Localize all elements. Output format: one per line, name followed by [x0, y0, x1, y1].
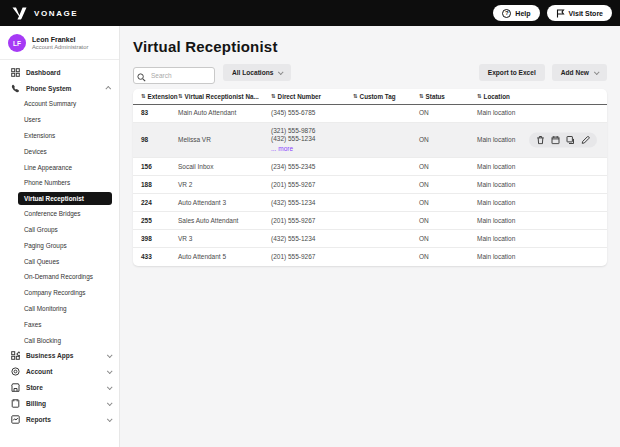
column-header-status[interactable]: ⇅Status: [419, 93, 477, 100]
sidebar-item-dashboard[interactable]: Dashboard: [0, 64, 119, 80]
cell-custom-tag: [353, 217, 419, 225]
cell-location: Main location: [477, 249, 607, 265]
calendar-button[interactable]: [551, 136, 560, 145]
brand-name: VONAGE: [34, 9, 78, 18]
user-name: Leon Frankel: [32, 35, 88, 44]
sidebar-item-billing[interactable]: Billing: [0, 396, 119, 412]
more-link[interactable]: ... more: [271, 145, 351, 153]
cell-direct-number: (432) 555-1234: [271, 195, 353, 211]
table-row-extension-156[interactable]: 156Socail Inbox(234) 555-2345ONMain loca…: [133, 158, 607, 176]
sidebar-item-on-demand-recordings[interactable]: On-Demand Recordings: [0, 269, 119, 285]
sidebar-item-faxes[interactable]: Faxes: [0, 316, 119, 332]
cell-location: Main location: [477, 231, 607, 247]
sidebar-item-store[interactable]: Store: [0, 380, 119, 396]
cell-status: ON: [419, 105, 477, 121]
cell-custom-tag: [353, 253, 419, 261]
phone-icon: [10, 83, 20, 93]
sidebar-item-paging-groups[interactable]: Paging Groups: [0, 237, 119, 253]
cell-name: VR 2: [178, 177, 271, 193]
sidebar: LF Leon Frankel Account Administrator Da…: [0, 26, 120, 447]
table-row-extension-98[interactable]: 98Melissa VR(321) 555-9876(432) 555-1234…: [133, 123, 607, 158]
table-row-extension-224[interactable]: 224Auto Attendant 3(432) 555-1234ONMain …: [133, 194, 607, 212]
cell-location: Main location: [477, 213, 607, 229]
sidebar-item-label: Store: [26, 384, 43, 391]
cell-direct-number: (201) 555-9267: [271, 213, 353, 229]
billing-icon: [10, 399, 20, 409]
cell-custom-tag: [353, 199, 419, 207]
export-to-excel-button[interactable]: Export to Excel: [479, 64, 545, 81]
add-new-button[interactable]: Add New: [552, 64, 607, 81]
question-icon: ?: [502, 9, 511, 18]
cell-status: ON: [419, 195, 477, 211]
cell-extension: 98: [133, 132, 178, 148]
chevron-down-icon: [107, 400, 113, 406]
sidebar-item-extensions[interactable]: Extensions: [0, 128, 119, 144]
cell-extension: 188: [133, 177, 178, 193]
table-row-extension-188[interactable]: 188VR 2(201) 555-9267ONMain location: [133, 176, 607, 194]
avatar: LF: [8, 34, 26, 52]
copy-icon: [566, 136, 575, 145]
column-header-extension[interactable]: ⇅Extension: [133, 93, 178, 100]
cell-custom-tag: [353, 163, 419, 171]
sidebar-item-users[interactable]: Users: [0, 112, 119, 128]
user-block[interactable]: LF Leon Frankel Account Administrator: [0, 26, 119, 60]
cell-name: Main Auto Attendant: [178, 105, 271, 121]
delete-button[interactable]: [536, 136, 545, 145]
sort-icon: ⇅: [178, 94, 183, 100]
sidebar-nav: DashboardPhone SystemAccount SummaryUser…: [0, 60, 119, 428]
sidebar-item-call-blocking[interactable]: Call Blocking: [0, 332, 119, 348]
chevron-down-icon: [107, 352, 113, 358]
sidebar-item-label: Reports: [26, 416, 51, 423]
cell-direct-number: (321) 555-9876(432) 555-1234... more: [271, 123, 353, 157]
sidebar-item-call-queues[interactable]: Call Queues: [0, 253, 119, 269]
sidebar-item-devices[interactable]: Devices: [0, 143, 119, 159]
edit-icon: [581, 136, 590, 145]
sidebar-item-conference-bridges[interactable]: Conference Bridges: [0, 206, 119, 222]
dashboard-icon: [10, 67, 20, 77]
sidebar-item-reports[interactable]: Reports: [0, 412, 119, 428]
column-label: Location: [484, 93, 510, 100]
sidebar-item-business-apps[interactable]: Business Apps: [0, 348, 119, 364]
cell-direct-number: (432) 555-1234: [271, 231, 353, 247]
column-header-direct-number[interactable]: ⇅Direct Number: [271, 93, 353, 100]
table-row-extension-433[interactable]: 433Auto Attendant 5(201) 555-9267ONMain …: [133, 248, 607, 266]
sidebar-item-line-appearance[interactable]: Line Appearance: [0, 159, 119, 175]
top-bar: VONAGE ? Help Visit Store: [0, 0, 620, 26]
cell-extension: 433: [133, 249, 178, 265]
direct-number: (321) 555-9876: [271, 127, 351, 135]
sidebar-item-virtual-receptionist[interactable]: Virtual Receptionist: [18, 192, 112, 205]
cell-location: Main location: [477, 105, 607, 121]
table-row-extension-255[interactable]: 255Sales Auto Attendant(201) 555-9267ONM…: [133, 212, 607, 230]
sidebar-item-label: Business Apps: [26, 352, 73, 359]
cell-custom-tag: [353, 235, 419, 243]
help-button[interactable]: ? Help: [493, 5, 539, 21]
sidebar-item-account[interactable]: Account: [0, 364, 119, 380]
direct-number: (201) 555-9267: [271, 181, 351, 189]
sidebar-item-phone-system[interactable]: Phone System: [0, 80, 119, 96]
direct-number: (432) 555-1234: [271, 199, 351, 207]
sidebar-item-call-groups[interactable]: Call Groups: [0, 222, 119, 238]
table-body: 83Main Auto Attendant(345) 555-6785ONMai…: [133, 105, 607, 266]
locations-filter-button[interactable]: All Locations: [223, 64, 291, 81]
cell-extension: 224: [133, 195, 178, 211]
vonage-logo: VONAGE: [12, 6, 78, 20]
table-row-extension-83[interactable]: 83Main Auto Attendant(345) 555-6785ONMai…: [133, 105, 607, 123]
sort-icon: ⇅: [419, 94, 424, 100]
sidebar-item-account-summary[interactable]: Account Summary: [0, 96, 119, 112]
direct-number: (201) 555-9267: [271, 217, 351, 225]
chevron-down-icon: [594, 69, 600, 75]
sidebar-item-company-recordings[interactable]: Company Recordings: [0, 285, 119, 301]
cell-location: Main location: [477, 195, 607, 211]
visit-store-button[interactable]: Visit Store: [547, 5, 613, 21]
column-header-location[interactable]: ⇅Location: [477, 93, 607, 100]
edit-button[interactable]: [581, 136, 590, 145]
sort-icon: ⇅: [477, 94, 482, 100]
sidebar-item-phone-numbers[interactable]: Phone Numbers: [0, 175, 119, 191]
cell-name: Socail Inbox: [178, 159, 271, 175]
copy-button[interactable]: [566, 136, 575, 145]
sidebar-item-label: Billing: [26, 400, 46, 407]
table-row-extension-398[interactable]: 398VR 3(432) 555-1234ONMain location: [133, 230, 607, 248]
column-header-custom-tag[interactable]: ⇅Custom Tag: [353, 93, 419, 100]
column-header-virtual-receptionist-na[interactable]: ⇅Virtual Receptionist Na...: [178, 93, 271, 100]
sidebar-item-call-monitoring[interactable]: Call Monitoring: [0, 301, 119, 317]
